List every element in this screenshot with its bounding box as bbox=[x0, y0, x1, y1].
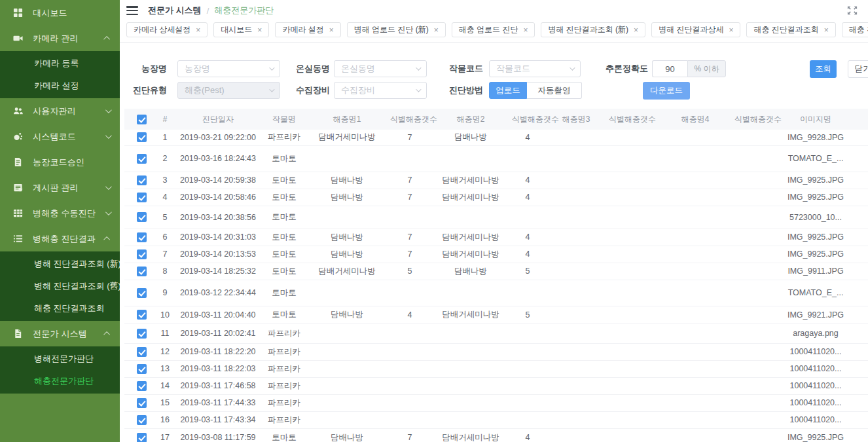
cell-pest2: 담배나방 bbox=[429, 130, 512, 145]
cell-cnt1 bbox=[390, 394, 429, 411]
table-row: 112019-03-11 20:02:41파프리카aragaya.png201 bbox=[124, 323, 868, 343]
row-checkbox[interactable] bbox=[137, 267, 147, 276]
upload-toggle-button[interactable]: 업로드 bbox=[489, 82, 527, 99]
cell-cnt4 bbox=[734, 377, 779, 394]
row-checkbox[interactable] bbox=[137, 329, 147, 339]
row-checkbox[interactable] bbox=[137, 415, 147, 425]
row-checkbox[interactable] bbox=[137, 288, 147, 298]
tab[interactable]: 해충 업로드 진단× bbox=[452, 22, 535, 37]
accuracy-input[interactable] bbox=[652, 60, 687, 77]
row-checkbox[interactable] bbox=[137, 154, 147, 164]
row-checkbox[interactable] bbox=[137, 193, 147, 202]
tab-close-icon[interactable]: × bbox=[329, 26, 334, 34]
tab-close-icon[interactable]: × bbox=[523, 26, 528, 34]
hamburger-menu-icon[interactable] bbox=[126, 6, 138, 15]
cell-pest3 bbox=[543, 360, 609, 377]
sidebar-subitem[interactable]: 해충 진단결과조회 bbox=[0, 297, 120, 320]
row-checkbox[interactable] bbox=[137, 310, 147, 320]
sidebar: 대시보드카메라 관리카메라 등록카메라 설정사용자관리시스템코드농장코드승인게시… bbox=[0, 0, 120, 442]
cell-date: 2019-03-14 20:59:38 bbox=[172, 172, 264, 189]
row-checkbox[interactable] bbox=[137, 381, 147, 391]
cell-extra: 2019 bbox=[852, 280, 868, 306]
cell-cnt4 bbox=[734, 411, 779, 428]
tab[interactable]: 병해 진단결과조회 (新)× bbox=[541, 22, 645, 37]
cell-pest3 bbox=[543, 306, 609, 323]
sidebar-item[interactable]: 병해충 진단결과 bbox=[0, 226, 120, 251]
board-icon bbox=[12, 183, 23, 193]
tab-close-icon[interactable]: × bbox=[434, 26, 439, 34]
farm-name-select[interactable]: 농장명 bbox=[177, 60, 280, 77]
sidebar-item[interactable]: 게시판 관리 bbox=[0, 175, 120, 200]
cell-cnt1: 4 bbox=[390, 306, 429, 323]
select-all-checkbox[interactable] bbox=[137, 115, 147, 124]
row-checkbox-cell bbox=[124, 343, 158, 360]
sidebar-item[interactable]: 대시보드 bbox=[0, 0, 120, 26]
sidebar-item[interactable]: 시스템코드 bbox=[0, 124, 120, 149]
sidebar-item-label: 농장코드승인 bbox=[33, 157, 84, 168]
tab[interactable]: 해충 진단결과상세× bbox=[842, 22, 868, 37]
cell-cnt2: 4 bbox=[512, 189, 543, 206]
row-checkbox[interactable] bbox=[137, 175, 147, 185]
cell-pest4 bbox=[656, 280, 734, 306]
row-checkbox[interactable] bbox=[137, 249, 147, 259]
row-checkbox[interactable] bbox=[137, 398, 147, 408]
farm-code-approval-icon bbox=[12, 157, 23, 168]
crop-code-select[interactable]: 작물코드 bbox=[489, 60, 581, 77]
search-button[interactable]: 조회 bbox=[810, 60, 837, 78]
cell-date: 2019-03-14 20:31:03 bbox=[172, 229, 264, 246]
sidebar-subitem[interactable]: 병해 진단결과조회 (舊) bbox=[0, 275, 120, 297]
breadcrumb-root[interactable]: 전문가 시스템 bbox=[148, 5, 202, 16]
chevron-down-icon bbox=[105, 132, 112, 139]
cell-extra: 2019 bbox=[852, 411, 868, 428]
cell-cnt4 bbox=[734, 172, 779, 189]
cell-image: TOMATO_E_... bbox=[779, 280, 852, 306]
sidebar-subitem-active[interactable]: 해충전문가판단 bbox=[0, 370, 120, 392]
cell-pest1 bbox=[304, 360, 390, 377]
row-checkbox[interactable] bbox=[137, 132, 147, 142]
row-checkbox[interactable] bbox=[137, 212, 147, 222]
cell-pest2: 담배나방 bbox=[429, 263, 512, 280]
tab-close-icon[interactable]: × bbox=[257, 26, 262, 34]
cell-pest3 bbox=[543, 206, 609, 229]
tab[interactable]: 카메라 상세설정× bbox=[126, 22, 208, 37]
tab[interactable]: 해충 진단결과조회× bbox=[746, 22, 835, 37]
cell-extra: 2018 bbox=[852, 263, 868, 280]
sidebar-subitem[interactable]: 병해전문가판단 bbox=[0, 348, 120, 370]
sidebar-item[interactable]: 카메라 관리 bbox=[0, 26, 120, 51]
manual-diagnosis-icon bbox=[12, 208, 23, 219]
sidebar-item[interactable]: 사용자관리 bbox=[0, 98, 120, 124]
tab[interactable]: 병해 업로드 진단 (新)× bbox=[347, 22, 446, 37]
close-button[interactable]: 닫기 bbox=[848, 60, 868, 78]
equipment-select[interactable]: 수집장비 bbox=[334, 82, 427, 99]
tab-close-icon[interactable]: × bbox=[824, 26, 829, 34]
tab-close-icon[interactable]: × bbox=[196, 26, 200, 34]
sidebar-item[interactable]: 농장코드승인 bbox=[0, 149, 120, 175]
cell-cnt4 bbox=[734, 263, 779, 280]
auto-capture-toggle-button[interactable]: 자동촬영 bbox=[527, 82, 582, 99]
table-row: 162019-03-11 17:43:34파프리카1000411020...20… bbox=[124, 411, 868, 428]
cell-cnt1 bbox=[390, 145, 429, 172]
cell-extra: 201 bbox=[852, 206, 868, 229]
sidebar-subitem[interactable]: 카메라 설정 bbox=[0, 75, 120, 97]
download-button[interactable]: 다운로드 bbox=[643, 82, 690, 100]
tab[interactable]: 대시보드× bbox=[213, 22, 269, 37]
greenhouse-select[interactable]: 온실동명 bbox=[334, 60, 427, 77]
sidebar-item[interactable]: 병해충 수동진단 bbox=[0, 200, 120, 226]
filter-row-2: 진단유형 해충(Pest) 수집장비 수집장비 진단방법 업로드 자동촬영 bbox=[124, 82, 868, 99]
diagnosis-type-select[interactable]: 해충(Pest) bbox=[177, 82, 280, 99]
tab-close-icon[interactable]: × bbox=[634, 26, 638, 34]
tab[interactable]: 카메라 설정× bbox=[275, 22, 340, 37]
sidebar-subitem[interactable]: 병해 진단결과조회 (新) bbox=[0, 253, 120, 275]
tab-close-icon[interactable]: × bbox=[729, 26, 733, 34]
row-checkbox[interactable] bbox=[137, 232, 147, 242]
cell-image: IMG_9925.JPG bbox=[779, 246, 852, 263]
fullscreen-icon[interactable] bbox=[846, 5, 858, 16]
tab[interactable]: 병해 진단결과상세× bbox=[651, 22, 740, 37]
row-checkbox[interactable] bbox=[137, 364, 147, 374]
cell-pest4 bbox=[656, 229, 734, 246]
row-checkbox[interactable] bbox=[137, 433, 147, 442]
diagnosis-type-label: 진단유형 bbox=[124, 84, 167, 96]
sidebar-item[interactable]: 전문가 시스템 bbox=[0, 321, 120, 346]
row-checkbox[interactable] bbox=[137, 347, 147, 357]
sidebar-subitem[interactable]: 카메라 등록 bbox=[0, 52, 120, 75]
